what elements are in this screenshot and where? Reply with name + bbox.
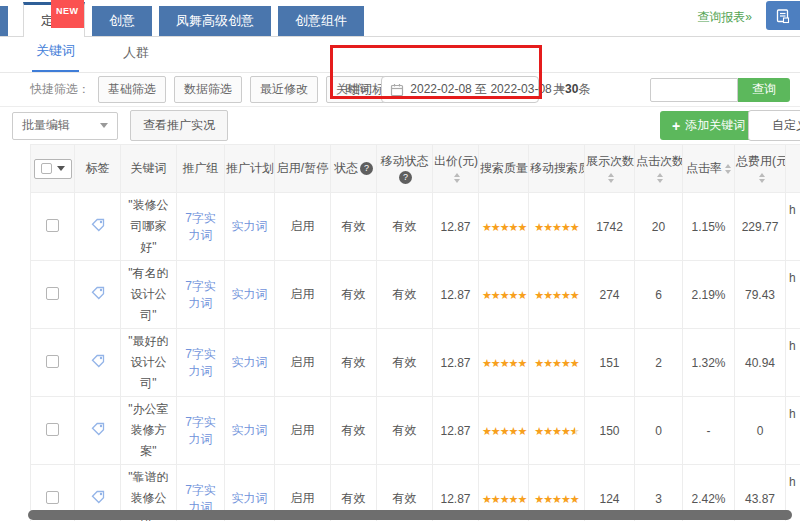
horizontal-scrollbar[interactable] xyxy=(28,510,792,520)
cell-mobile_status: 有效 xyxy=(377,397,433,465)
plan-link[interactable]: 实力词 xyxy=(232,423,268,437)
cell-impressions: 274 xyxy=(585,261,635,329)
ads-console-page: 定向NEW创意凤舞高级创意创意组件 查询报表» 关键词人群 快捷筛选： 基础筛选… xyxy=(0,0,800,521)
cell-tag xyxy=(75,261,121,329)
search-input[interactable] xyxy=(650,78,738,102)
cell-clicks: 20 xyxy=(635,193,683,261)
cell-group: 7字实力词 xyxy=(177,261,225,329)
col-label: 启用/暂停 xyxy=(277,161,328,175)
top-tab[interactable]: 凤舞高级创意 xyxy=(159,6,271,36)
tabbar-right: 查询报表» xyxy=(697,0,800,36)
time-label: 时间: xyxy=(345,81,372,98)
search-button[interactable]: 查询 xyxy=(738,78,790,102)
help-icon[interactable]: ? xyxy=(399,171,412,184)
tag-icon[interactable] xyxy=(91,425,105,439)
tag-icon[interactable] xyxy=(91,289,105,303)
top-tab[interactable]: 定向NEW xyxy=(23,2,85,37)
sub-tab[interactable]: 人群 xyxy=(119,44,153,72)
corner-tool-button[interactable] xyxy=(766,1,800,30)
group-link[interactable]: 7字实力词 xyxy=(185,415,216,446)
tag-icon[interactable] xyxy=(91,357,105,371)
cost-value: 79.43 xyxy=(745,288,775,302)
row-checkbox[interactable] xyxy=(46,287,59,300)
row-checkbox[interactable] xyxy=(46,491,59,504)
mobile-status-text: 有效 xyxy=(393,355,417,369)
col-header-ctr[interactable]: 点击率 xyxy=(683,145,735,193)
view-promotion-button[interactable]: 查看推广实况 xyxy=(130,110,228,141)
enable-toggle[interactable]: 启用 xyxy=(291,287,315,301)
group-link[interactable]: 7字实力词 xyxy=(185,483,216,514)
col-header-clicks[interactable]: 点击次数 xyxy=(635,145,683,193)
customize-columns-button[interactable]: 自定义 xyxy=(748,110,800,141)
dropdown-caret-icon xyxy=(57,166,65,171)
sort-down-arrow xyxy=(725,170,731,174)
top-tab[interactable]: 创意组件 xyxy=(278,6,364,36)
plan-link[interactable]: 实力词 xyxy=(232,491,268,505)
date-range-picker[interactable]: 2022-02-08 至 2022-03-08 xyxy=(381,76,539,103)
plan-link[interactable]: 实力词 xyxy=(232,219,268,233)
quick-filter-button[interactable]: 最近修改 xyxy=(250,76,318,103)
add-keyword-button[interactable]: + 添加关键词 xyxy=(660,111,757,140)
quality-stars: ★★★★★ xyxy=(482,357,526,369)
col-label: 推广计划 xyxy=(226,161,274,175)
report-query-link[interactable]: 查询报表» xyxy=(697,9,752,26)
group-link[interactable]: 7字实力词 xyxy=(185,279,216,310)
tabs-container: 定向NEW创意凤舞高级创意创意组件 xyxy=(23,2,371,36)
tag-icon[interactable] xyxy=(91,221,105,235)
sort-icon xyxy=(759,173,765,183)
url-text: h xyxy=(789,475,796,489)
group-link[interactable]: 7字实力词 xyxy=(185,347,216,378)
col-header-impressions[interactable]: 展示次数 xyxy=(585,145,635,193)
plan-link[interactable]: 实力词 xyxy=(232,355,268,369)
cell-url: h xyxy=(786,329,800,397)
col-header-cost[interactable]: 总费用(元) xyxy=(735,145,786,193)
clicks-value: 3 xyxy=(655,492,662,506)
col-header-tag: 标签 xyxy=(75,145,121,193)
cost-value: 40.94 xyxy=(745,356,775,370)
sort-icon xyxy=(725,164,731,174)
cell-plan: 实力词 xyxy=(225,261,275,329)
col-header-keyword: 关键词 xyxy=(121,145,177,193)
status-text: 有效 xyxy=(342,423,366,437)
cell-enable: 启用 xyxy=(275,329,331,397)
top-tab[interactable]: 创意 xyxy=(92,6,152,36)
cost-value: 43.87 xyxy=(745,492,775,506)
select-all-dropdown[interactable] xyxy=(34,159,72,179)
row-checkbox[interactable] xyxy=(46,355,59,368)
url-text: h xyxy=(789,203,796,217)
sort-down-arrow xyxy=(759,179,765,183)
calendar-icon xyxy=(390,83,410,97)
time-group: 时间: 2022-02-08 至 2022-03-08 xyxy=(345,76,539,103)
mobile-status-text: 有效 xyxy=(393,219,417,233)
cell-plan: 实力词 xyxy=(225,397,275,465)
keywords-table: 标签关键词推广组推广计划启用/暂停状态?移动状态?出价(元)搜索质量度移动搜索质… xyxy=(30,144,800,521)
bid-value: 12.87 xyxy=(440,492,470,506)
col-header-bid[interactable]: 出价(元) xyxy=(433,145,479,193)
enable-toggle[interactable]: 启用 xyxy=(291,423,315,437)
quick-filter-button[interactable]: 数据筛选 xyxy=(174,76,242,103)
plan-link[interactable]: 实力词 xyxy=(232,287,268,301)
ctr-value: 1.15% xyxy=(691,220,725,234)
cell-select xyxy=(31,193,75,261)
select-all-checkbox[interactable] xyxy=(41,163,52,174)
quick-filter-button[interactable]: 基础筛选 xyxy=(98,76,166,103)
sort-icon xyxy=(608,173,614,183)
cell-search_quality: ★★★★★ xyxy=(479,261,529,329)
tag-icon[interactable] xyxy=(91,493,105,507)
col-label: 移动搜索质量度 xyxy=(530,161,585,175)
batch-edit-label: 批量编辑 xyxy=(22,117,70,134)
cell-plan: 实力词 xyxy=(225,193,275,261)
batch-edit-select[interactable]: 批量编辑 xyxy=(12,112,118,140)
partial-tab[interactable] xyxy=(0,6,8,36)
quality-stars: ★★★★★ xyxy=(482,493,526,505)
help-icon[interactable]: ? xyxy=(360,162,373,175)
ctr-value: 2.42% xyxy=(691,492,725,506)
group-link[interactable]: 7字实力词 xyxy=(185,211,216,242)
plus-icon: + xyxy=(672,121,680,131)
sub-tab[interactable]: 关键词 xyxy=(32,42,79,72)
enable-toggle[interactable]: 启用 xyxy=(291,491,315,505)
enable-toggle[interactable]: 启用 xyxy=(291,219,315,233)
row-checkbox[interactable] xyxy=(46,219,59,232)
enable-toggle[interactable]: 启用 xyxy=(291,355,315,369)
row-checkbox[interactable] xyxy=(46,423,59,436)
